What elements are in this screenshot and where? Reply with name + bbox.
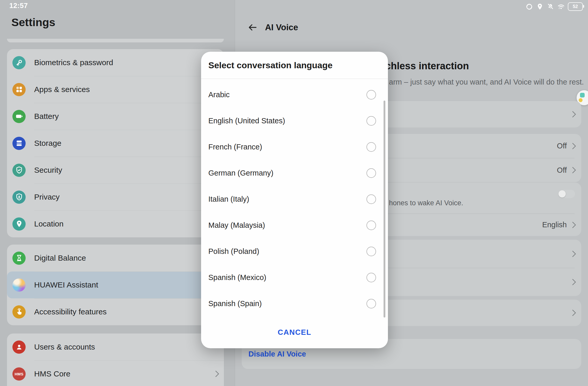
row-value: Off [557,142,567,150]
chevron-right-icon [569,309,576,316]
sidebar-item-security[interactable]: Security [7,157,224,184]
language-option[interactable]: Spanish (Spain) [201,291,388,317]
cancel-button[interactable]: CANCEL [201,324,388,340]
language-label: German (Germany) [208,169,273,177]
radio-unselected-icon [366,221,376,230]
sidebar-item-label: HUAWEI Assistant [34,281,98,289]
sidebar-item-label: Security [34,166,62,175]
chevron-right-icon [569,167,576,173]
sidebar-item-label: HMS Core [34,369,70,378]
sidebar-item-users-accounts[interactable]: Users & accounts [7,334,224,360]
apps-grid-icon [12,83,26,96]
radio-unselected-icon [366,168,376,178]
sidebar-item-battery[interactable]: Battery [7,103,224,130]
bubble-shape [580,93,585,97]
settings-sidebar: Settings Biometrics & password Apps & se… [0,0,235,386]
sidebar-item-label: Privacy [34,193,60,201]
battery-icon [12,110,26,123]
radio-unselected-icon [366,299,376,308]
chevron-right-icon [569,279,576,285]
sidebar-group-2: Digital Balance HUAWEI Assistant Accessi… [7,245,224,325]
sidebar-item-storage[interactable]: Storage [7,130,224,157]
location-icon [536,3,544,11]
language-option[interactable]: Malay (Malaysia) [201,212,388,238]
sidebar-item-label: Location [34,220,63,228]
page-title: Settings [11,16,55,29]
hand-touch-icon [12,305,26,319]
language-option[interactable]: Spanish (Mexico) [201,264,388,291]
shield-check-icon [12,164,26,177]
radio-unselected-icon [366,247,376,256]
language-label: Spanish (Mexico) [208,273,266,282]
hms-icon: HMS [12,367,26,381]
shield-person-icon [12,191,26,204]
chevron-right-icon [212,370,219,377]
language-option[interactable]: German (Germany) [201,160,388,186]
language-dialog: Select conversation language Arabic Engl… [201,52,388,348]
sidebar-item-label: Battery [34,112,59,121]
status-icons: 52 [525,2,583,11]
screen: 12:57 [0,0,588,386]
battery-level: 52 [573,4,578,9]
sidebar-item-privacy[interactable]: Privacy [7,184,224,210]
radio-unselected-icon [366,90,376,100]
status-bar: 12:57 [0,0,588,11]
feature-description: arm – just say what you want, and AI Voi… [389,78,584,86]
wifi-icon [557,3,565,11]
language-option[interactable]: Polish (Poland) [201,238,388,264]
battery-cap [583,5,584,8]
dialog-title-divider [201,79,388,79]
map-pin-icon [12,217,26,231]
language-label: Arabic [208,90,230,99]
bubble-shape [579,98,583,102]
status-time: 12:57 [9,2,28,10]
sidebar-item-label: Accessibility features [34,307,107,316]
key-icon [12,56,26,69]
dialog-title: Select conversation language [208,52,333,79]
language-option[interactable]: English (United States) [201,108,388,134]
sidebar-item-label: Apps & services [34,85,90,94]
language-label: English (United States) [208,117,285,125]
hms-icon-text: HMS [14,372,23,376]
toggle-off[interactable] [558,190,575,198]
person-icon [12,340,26,354]
sidebar-item-apps-services[interactable]: Apps & services [7,76,224,103]
chevron-right-icon [569,143,576,149]
notifications-off-icon [547,3,554,11]
radio-unselected-icon [366,116,376,126]
chevron-right-icon [569,111,576,117]
language-label: Malay (Malaysia) [208,221,265,230]
language-option[interactable]: French (France) [201,134,388,160]
sidebar-item-label: Digital Balance [34,254,86,262]
disable-ai-voice-label: Disable AI Voice [248,350,306,358]
sidebar-group-3: Users & accounts HMS HMS Core [7,334,224,386]
sidebar-group-1: Biometrics & password Apps & services Ba… [7,49,224,237]
back-icon[interactable] [247,22,258,33]
earphone-wake-hint: hones to wake AI Voice. [389,199,463,207]
dialog-scrollbar-thumb[interactable] [384,101,385,317]
sidebar-item-location[interactable]: Location [7,210,224,237]
radio-unselected-icon [366,194,376,204]
radio-unselected-icon [366,142,376,152]
sidebar-item-label: Users & accounts [34,343,95,351]
detail-title: AI Voice [265,22,298,32]
sidebar-item-huawei-assistant[interactable]: HUAWEI Assistant [7,271,224,298]
scrolled-card-sliver [7,39,224,42]
language-label: Italian (Italy) [208,195,249,203]
sidebar-item-label: Biometrics & password [34,58,113,67]
language-label: Spanish (Spain) [208,299,262,308]
sidebar-item-accessibility[interactable]: Accessibility features [7,298,224,325]
language-option[interactable]: Italian (Italy) [201,186,388,212]
storage-icon [12,137,26,150]
huawei-share-icon [525,3,533,11]
row-value: Off [557,166,567,175]
language-option[interactable]: Arabic [201,82,388,108]
sidebar-item-hms-core[interactable]: HMS HMS Core [7,360,224,386]
sidebar-item-digital-balance[interactable]: Digital Balance [7,245,224,271]
radio-unselected-icon [366,273,376,282]
language-label: Polish (Poland) [208,247,259,256]
sidebar-item-biometrics-password[interactable]: Biometrics & password [7,49,224,76]
battery-icon: 52 [568,2,583,11]
chevron-right-icon [569,251,576,257]
row-value: English [542,221,567,229]
